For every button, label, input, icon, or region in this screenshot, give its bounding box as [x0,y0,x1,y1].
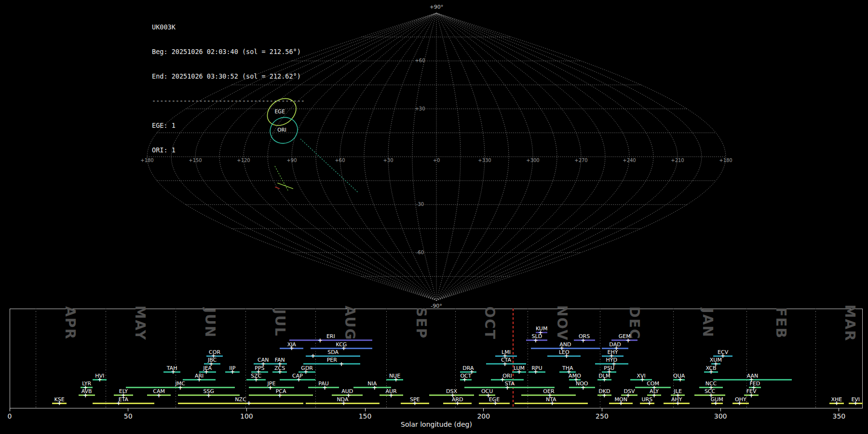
meteor-track-solid [278,183,293,189]
peak-marker-gdr: + [303,369,308,374]
peak-marker-pps: + [256,369,261,374]
month-label-apr: APR [62,306,78,340]
lon-label: +240 [623,158,636,163]
peak-marker-ari: + [197,377,202,382]
peak-marker-dkd: + [602,393,607,398]
peak-marker-fev: + [749,393,754,398]
month-label-jan: JAN [700,308,716,338]
shower-label-nzc: NZC [235,396,246,403]
peak-marker-ehy: + [609,353,614,358]
peak-marker-hvi: + [97,377,102,382]
peak-marker-xja: + [289,346,294,351]
peak-marker-kcg: + [341,346,346,351]
month-boundary-jul [245,309,246,408]
peak-marker-iip: + [230,369,235,374]
x-tick [365,408,366,411]
lat-label: +60 [415,58,425,63]
peak-marker-kum: + [538,330,543,335]
peak-marker-cam: + [157,393,162,398]
peak-marker-aan: + [749,377,754,382]
x-tick [246,408,247,411]
peak-marker-sld: + [533,338,538,343]
peak-marker-cta: + [502,362,507,366]
peak-marker-jpe: + [268,385,272,390]
activity-chart: Solar longitude (deg) APRMAYJUNJULAUGSEP… [0,309,868,434]
peak-marker-urs: + [647,401,652,406]
peak-marker-evi: + [853,401,858,406]
sky-map: +90°-90°+60+30-30-60+180+150+120+90+60+3… [0,0,868,309]
lon-label: +270 [574,158,587,163]
peak-marker-tha: + [567,369,571,374]
peak-marker-xum: + [713,362,718,366]
peak-marker-nda: + [341,401,346,406]
peak-marker-fan: + [277,362,282,366]
x-tick [720,408,721,411]
x-tick-label: 50 [124,412,133,420]
peak-marker-xvi: + [640,377,645,382]
x-tick [839,408,839,411]
peak-marker-pau: + [323,385,327,390]
peak-marker-xhe: + [834,401,839,406]
month-label-jun: JUN [202,308,218,339]
peak-marker-kse: + [57,401,62,406]
x-tick-label: 0 [8,412,12,420]
peak-marker-ege: + [493,401,498,406]
month-label-feb: FEB [773,307,789,339]
peak-marker-lmi: + [502,353,507,358]
peak-marker-ocu: + [486,393,491,398]
x-tick-label: 200 [477,412,490,420]
x-tick [602,408,602,411]
peak-marker-sda: + [311,353,315,358]
peak-marker-mon: + [619,401,624,406]
x-tick [483,408,484,411]
peak-marker-xcb: + [708,369,713,374]
grid-meridian [436,13,557,300]
peak-marker-psu: + [607,369,611,374]
peak-marker-zcs: + [277,369,282,374]
lon-label: +180 [719,158,732,163]
peak-marker-com: + [652,385,657,390]
peak-marker-pca: + [277,393,282,398]
peak-marker-eri: + [318,338,323,343]
peak-marker-sta: + [505,385,510,390]
peak-marker-aur: + [389,393,393,398]
x-tick-label: 250 [596,412,609,420]
begin-time: Beg: 20251026 02:03:40 (sol = 212.56°) [152,48,305,56]
month-label-oct: OCT [482,306,498,339]
x-tick-label: 350 [832,412,845,420]
peak-marker-ahy: + [676,401,680,406]
month-boundary-jun [176,309,176,408]
shower-bar-eri [289,339,372,341]
peak-marker-ecv: + [720,353,725,358]
count-ori: ORI: 1 [152,146,305,154]
peak-marker-dra: + [469,369,474,374]
peak-marker-ely: + [121,393,126,398]
x-tick [128,408,128,411]
x-tick [10,408,10,411]
shower-label-per: PER [327,357,337,363]
peak-marker-rpu: + [533,369,538,374]
lon-label: +210 [671,158,684,163]
peak-marker-qua: + [678,377,683,382]
peak-marker-jbc: + [209,362,214,366]
peak-marker-dsx: + [450,393,455,398]
pole-label-south: -90° [431,303,442,309]
shower-label-eri: ERI [326,333,335,339]
peak-marker-fed: + [751,385,756,390]
peak-marker-dlm: + [602,377,607,382]
peak-marker-aly: + [652,393,657,398]
peak-marker-szc: + [254,377,258,382]
peak-marker-ard: + [455,401,460,406]
peak-marker-jea: + [204,369,209,374]
peak-marker-nue: + [393,377,398,382]
lon-label: +300 [526,158,539,163]
peak-marker-ncc: + [708,385,713,390]
peak-marker-gem: + [625,338,630,343]
peak-marker-eta: + [116,401,121,406]
lat-label: -30 [416,202,424,207]
peak-marker-nta: + [550,401,555,406]
peak-marker-lyr: + [83,385,88,390]
count-ege: EGE: 1 [152,122,305,130]
shower-bar-nzc [178,403,303,404]
peak-marker-dsv: + [625,393,630,398]
